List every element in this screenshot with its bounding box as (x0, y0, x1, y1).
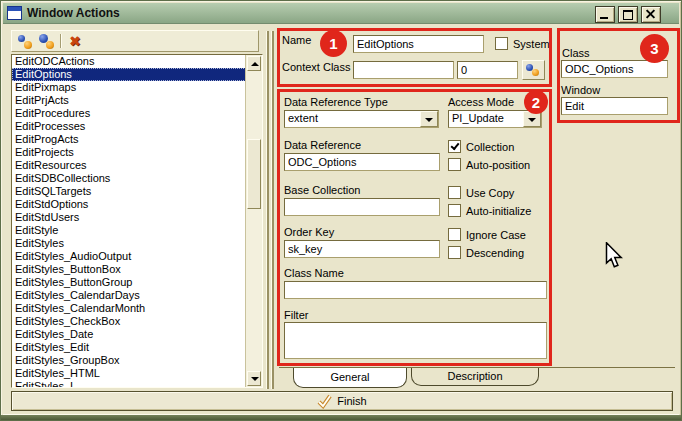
context-class-count-input[interactable] (457, 61, 518, 79)
base-collection-input[interactable] (284, 198, 440, 216)
access-mode-label: Access Mode (448, 96, 514, 108)
collection-label: Collection (466, 141, 514, 153)
ignore-case-checkbox[interactable] (448, 228, 461, 241)
scroll-down-button[interactable] (247, 371, 261, 386)
list-item[interactable]: EditPixmaps (12, 81, 246, 94)
maximize-icon (623, 10, 633, 20)
bottom-border (1, 415, 681, 420)
ignore-case-label: Ignore Case (466, 229, 526, 241)
list-item[interactable]: EditStyles_Edit (12, 341, 246, 354)
list-item[interactable]: EditProgActs (12, 133, 246, 146)
descending-checkbox[interactable] (448, 246, 461, 259)
title-bar[interactable]: Window Actions (3, 3, 679, 24)
auto-position-checkbox[interactable] (448, 158, 461, 171)
annotation-badge-1: 1 (320, 30, 347, 57)
list-item[interactable]: EditProcesses (12, 120, 246, 133)
action-toolbar: ✖ (11, 30, 259, 52)
list-item[interactable]: EditStdUsers (12, 211, 246, 224)
finish-button[interactable]: Finish (11, 391, 673, 411)
context-class-input[interactable] (353, 61, 454, 79)
list-item[interactable]: EditStyles_CalendarMonth (12, 302, 246, 315)
link-action-button[interactable] (37, 33, 54, 50)
delete-action-button[interactable]: ✖ (68, 33, 85, 50)
window-title: Window Actions (27, 6, 120, 20)
list-item[interactable]: EditStyles (12, 237, 246, 250)
list-item[interactable]: EditODCActions (12, 55, 246, 68)
filter-label: Filter (284, 309, 308, 321)
use-copy-label: Use Copy (466, 187, 514, 199)
scroll-up-button[interactable] (247, 56, 261, 71)
list-item[interactable]: EditStyle (12, 224, 246, 237)
window-actions-dialog: Window Actions ✖ EditODCActions EditOpti… (0, 0, 682, 421)
new-action-icon (18, 35, 25, 42)
list-item[interactable]: EditStyles_ButtonGroup (12, 276, 246, 289)
list-item[interactable]: EditPrjActs (12, 94, 246, 107)
actions-list: EditODCActions EditOptions EditPixmaps E… (11, 54, 263, 388)
data-reference-label: Data Reference (284, 139, 361, 151)
finish-check-icon (317, 394, 332, 409)
order-key-label: Order Key (284, 226, 334, 238)
descending-label: Descending (466, 247, 524, 259)
list-item[interactable]: EditStyles_AudioOutput (12, 250, 246, 263)
filter-textarea[interactable] (284, 322, 547, 359)
list-item[interactable]: EditResources (12, 159, 246, 172)
scroll-thumb[interactable] (247, 139, 261, 209)
data-reference-type-select[interactable]: extent (284, 110, 439, 128)
list-item[interactable]: EditSDBCollections (12, 172, 246, 185)
use-copy-checkbox[interactable] (448, 186, 461, 199)
access-mode-select[interactable]: PI_Update (448, 110, 542, 128)
system-checkbox-row: System (495, 37, 550, 50)
list-item[interactable]: EditSQLTargets (12, 185, 246, 198)
use-copy-checkbox-row: Use Copy (448, 186, 514, 199)
list-item[interactable]: EditStyles_CalendarDays (12, 289, 246, 302)
maximize-button[interactable] (618, 6, 638, 23)
collection-checkbox-row: Collection (448, 140, 514, 153)
annotation-badge-3: 3 (640, 34, 669, 63)
ignore-case-checkbox-row: Ignore Case (448, 228, 526, 241)
list-item[interactable]: EditStyles_I (12, 380, 246, 387)
tab-general[interactable]: General (293, 368, 407, 388)
order-key-input[interactable] (284, 240, 440, 258)
toolbar-separator (60, 34, 62, 48)
splitter-groove[interactable] (271, 31, 274, 389)
list-item-selected[interactable]: EditOptions (12, 68, 246, 81)
new-action-button[interactable] (16, 33, 33, 50)
list-scrollbar[interactable] (245, 55, 262, 387)
list-item[interactable]: EditStyles_Date (12, 328, 246, 341)
mouse-cursor (605, 242, 623, 269)
window-label: Window (561, 84, 600, 96)
class-name-input[interactable] (284, 281, 547, 299)
context-class-label: Context Class (282, 61, 350, 73)
class-name-label: Class Name (284, 267, 344, 279)
arrow-down-icon (251, 377, 259, 381)
close-button[interactable] (641, 6, 661, 23)
minimize-icon (600, 17, 608, 19)
tab-description[interactable]: Description (411, 368, 539, 386)
auto-initialize-label: Auto-initialize (466, 205, 531, 217)
class-label: Class (562, 47, 590, 59)
collection-checkbox[interactable] (448, 140, 461, 153)
chevron-down-icon[interactable] (420, 111, 438, 127)
arrow-up-icon (251, 62, 259, 66)
list-item[interactable]: EditProjects (12, 146, 246, 159)
list-item[interactable]: EditProcedures (12, 107, 246, 120)
list-item[interactable]: EditStyles_CheckBox (12, 315, 246, 328)
splitter-groove[interactable] (266, 31, 269, 389)
list-item[interactable]: EditStyles_GroupBox (12, 354, 246, 367)
name-input[interactable] (353, 35, 484, 53)
list-item[interactable]: EditStdOptions (12, 198, 246, 211)
list-item[interactable]: EditStyles_HTML (12, 367, 246, 380)
list-item[interactable]: EditStyles_ButtonBox (12, 263, 246, 276)
delete-action-icon: ✖ (69, 33, 81, 49)
minimize-button[interactable] (595, 6, 615, 23)
auto-initialize-checkbox-row: Auto-initialize (448, 204, 531, 217)
window-input[interactable] (561, 97, 668, 115)
auto-position-checkbox-row: Auto-position (448, 158, 530, 171)
name-label: Name (282, 34, 311, 46)
data-reference-input[interactable] (284, 153, 440, 171)
data-reference-type-label: Data Reference Type (284, 96, 388, 108)
base-collection-label: Base Collection (284, 184, 360, 196)
auto-initialize-checkbox[interactable] (448, 204, 461, 217)
system-checkbox[interactable] (495, 37, 508, 50)
context-lookup-button[interactable] (522, 60, 545, 80)
